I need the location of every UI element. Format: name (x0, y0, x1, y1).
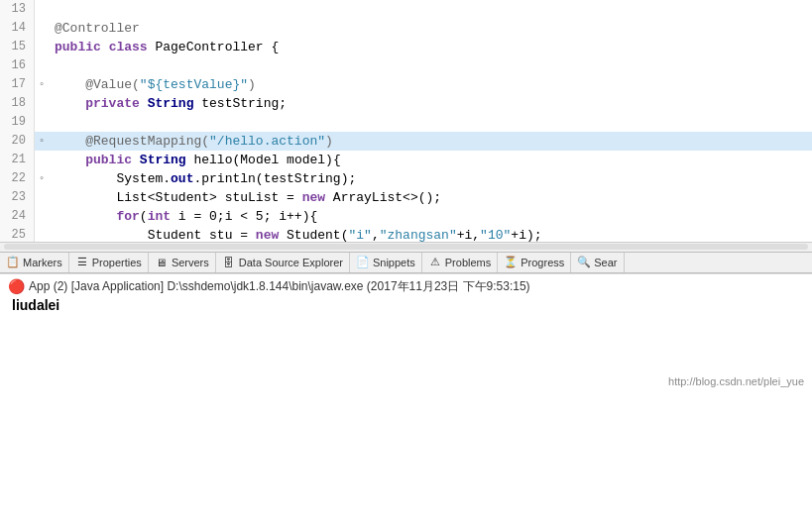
line-number: 19 (0, 113, 35, 132)
line-marker: ◦ (35, 169, 49, 188)
tab-servers-label: Servers (172, 257, 209, 268)
line-number: 18 (0, 94, 35, 113)
tab-datasource[interactable]: 🗄 Data Source Explorer (216, 253, 350, 272)
tab-servers[interactable]: 🖥 Servers (149, 253, 216, 272)
tab-problems[interactable]: ⚠ Problems (422, 253, 498, 272)
snippets-icon: 📄 (356, 256, 370, 269)
line-number: 24 (0, 207, 35, 226)
console-app-line: 🔴 App (2) [Java Application] D:\sshdemo\… (8, 278, 804, 295)
code-line: 18 private String testString; (0, 94, 812, 113)
datasource-icon: 🗄 (222, 256, 236, 269)
line-marker: ◦ (35, 132, 49, 151)
line-number: 16 (0, 56, 35, 75)
code-line: 13 (0, 0, 812, 19)
tab-properties[interactable]: ☰ Properties (69, 253, 149, 272)
app-icon: 🔴 (8, 278, 25, 294)
line-content: for(int i = 0;i < 5; i++){ (49, 207, 812, 226)
line-number: 20 (0, 132, 35, 151)
search-icon: 🔍 (577, 256, 591, 269)
code-line: 16 (0, 56, 812, 75)
scrollbar-track[interactable] (4, 244, 808, 250)
code-line: 22 ◦ System.out.println(testString); (0, 169, 812, 188)
progress-icon: ⏳ (504, 256, 518, 269)
code-line: 23 List<Student> stuList = new ArrayList… (0, 188, 812, 207)
code-line: 17 ◦ @Value("${testValue}") (0, 75, 812, 94)
tab-progress-label: Progress (521, 257, 564, 268)
line-content: public String hello(Model model){ (49, 151, 812, 169)
line-content: @Value("${testValue}") (49, 75, 812, 94)
code-line: 15 public class PageController { (0, 38, 812, 56)
console-app-text: App (2) [Java Application] D:\sshdemo\jd… (29, 278, 530, 295)
line-content: @RequestMapping("/hello.action") (49, 132, 812, 151)
tab-snippets-label: Snippets (373, 257, 415, 268)
tab-search-label: Sear (594, 257, 617, 268)
tab-progress[interactable]: ⏳ Progress (498, 253, 571, 272)
console-area: 🔴 App (2) [Java Application] D:\sshdemo\… (0, 274, 812, 373)
line-number: 21 (0, 151, 35, 169)
code-lines: 13 14 @Controller 15 public class PageCo… (0, 0, 812, 242)
tab-markers[interactable]: 📋 Markers (0, 253, 69, 272)
problems-icon: ⚠ (428, 256, 442, 269)
watermark: http://blog.csdn.net/plei_yue (0, 373, 812, 389)
code-line: 19 (0, 113, 812, 132)
line-number: 25 (0, 226, 35, 242)
markers-icon: 📋 (6, 256, 20, 269)
tab-datasource-label: Data Source Explorer (239, 257, 343, 268)
console-output-line: liudalei (8, 297, 804, 313)
tab-search[interactable]: 🔍 Sear (571, 253, 624, 272)
tab-problems-label: Problems (445, 257, 491, 268)
tab-markers-label: Markers (23, 257, 62, 268)
code-line: 21 public String hello(Model model){ (0, 151, 812, 169)
tab-properties-label: Properties (92, 257, 142, 268)
line-number: 14 (0, 19, 35, 38)
line-content: List<Student> stuList = new ArrayList<>(… (49, 188, 812, 207)
line-number: 13 (0, 0, 35, 19)
tab-snippets[interactable]: 📄 Snippets (350, 253, 422, 272)
line-number: 15 (0, 38, 35, 56)
code-editor: 13 14 @Controller 15 public class PageCo… (0, 0, 812, 252)
line-content: System.out.println(testString); (49, 169, 812, 188)
console-output-text: liudalei (8, 297, 59, 313)
line-marker: ◦ (35, 75, 49, 94)
horizontal-scrollbar[interactable] (0, 242, 812, 252)
line-content: @Controller (49, 19, 812, 38)
line-content: public class PageController { (49, 38, 812, 56)
line-number: 17 (0, 75, 35, 94)
line-content: Student stu = new Student("i","zhangsan"… (49, 226, 812, 242)
code-line: 14 @Controller (0, 19, 812, 38)
servers-icon: 🖥 (155, 256, 169, 269)
line-number: 23 (0, 188, 35, 207)
line-number: 22 (0, 169, 35, 188)
tab-bar: 📋 Markers ☰ Properties 🖥 Servers 🗄 Data … (0, 252, 812, 273)
properties-icon: ☰ (75, 256, 89, 269)
line-content: private String testString; (49, 94, 812, 113)
code-line-highlighted: 20 ◦ @RequestMapping("/hello.action") (0, 132, 812, 151)
code-line: 24 for(int i = 0;i < 5; i++){ (0, 207, 812, 226)
code-line: 25 Student stu = new Student("i","zhangs… (0, 226, 812, 242)
